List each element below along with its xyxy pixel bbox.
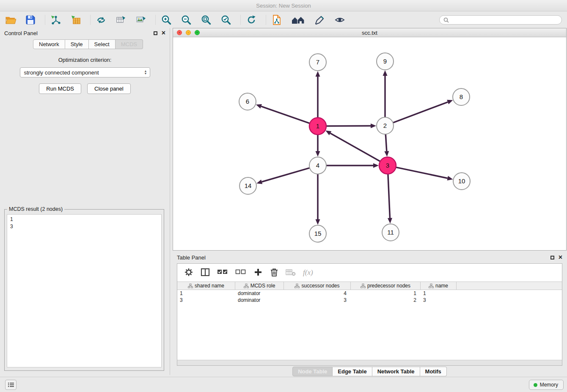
edge-3-10[interactable] <box>396 167 448 178</box>
zoom-fit-button[interactable] <box>200 14 212 26</box>
table-cell[interactable]: dominator <box>235 290 284 297</box>
deselect-all-icon <box>235 268 246 276</box>
network-window-titlebar[interactable]: × - + scc.txt <box>173 28 566 37</box>
minimize-window-icon[interactable]: - <box>186 30 191 35</box>
tab-select[interactable]: Select <box>89 39 116 49</box>
refresh-view-button[interactable] <box>245 14 258 26</box>
edge-3-1[interactable] <box>330 133 380 161</box>
table-body: 1dominator4113dominator323 <box>177 290 562 360</box>
close-table-panel-icon[interactable]: × <box>559 255 562 260</box>
column-header-successor-nodes[interactable]: successor nodes <box>284 282 351 290</box>
zoom-in-button[interactable] <box>160 14 173 26</box>
tab-node-table[interactable]: Node Table <box>292 367 333 376</box>
delete-row-button[interactable] <box>270 268 278 278</box>
tab-network-table[interactable]: Network Table <box>372 367 420 376</box>
run-mcds-button[interactable]: Run MCDS <box>39 83 81 94</box>
export-image-button[interactable] <box>135 14 147 26</box>
float-table-panel-icon[interactable] <box>550 256 554 259</box>
network-graph: 7968124314101511 <box>173 37 566 250</box>
tab-style[interactable]: Style <box>65 39 89 49</box>
close-window-icon[interactable]: × <box>177 30 182 35</box>
edge-1-2[interactable] <box>326 126 371 126</box>
node-label-11: 11 <box>387 229 394 236</box>
column-header-label: predecessor nodes <box>367 283 410 289</box>
search-input[interactable] <box>451 17 558 23</box>
column-header-MCDS-role[interactable]: MCDS role <box>235 282 284 290</box>
show-hide-button[interactable] <box>333 14 346 26</box>
search-field[interactable] <box>439 15 562 25</box>
open-session-button[interactable] <box>4 14 17 26</box>
node-label-7: 7 <box>316 58 319 66</box>
table-cell[interactable]: 4 <box>284 290 351 297</box>
table-cell[interactable]: 2 <box>351 297 421 304</box>
node-label-9: 9 <box>383 58 387 65</box>
select-all-button[interactable] <box>217 268 228 278</box>
edge-1-6[interactable] <box>261 106 310 123</box>
export-table-button[interactable] <box>115 14 127 26</box>
column-header-name[interactable]: name <box>421 282 457 290</box>
zoom-out-button[interactable] <box>180 14 193 26</box>
table-cell[interactable]: 1 <box>351 290 421 297</box>
column-header-predecessor-nodes[interactable]: predecessor nodes <box>351 282 421 290</box>
network-canvas[interactable]: 7968124314101511 <box>173 37 566 250</box>
tab-motifs[interactable]: Motifs <box>420 367 447 376</box>
mcds-result-title: MCDS result (2 nodes) <box>7 206 64 212</box>
network-window-title: scc.txt <box>362 30 377 36</box>
mcds-panel-content: Optimization criterion: strongly connect… <box>0 49 170 94</box>
tab-mcds[interactable]: MCDS <box>116 39 143 49</box>
column-header-label: shared name <box>195 283 224 289</box>
table-settings-button[interactable] <box>184 268 193 278</box>
column-header-filler <box>457 282 562 290</box>
table-cell[interactable]: 1 <box>177 290 235 297</box>
edge-3-11[interactable] <box>388 174 390 218</box>
maximize-window-icon[interactable]: + <box>195 30 200 35</box>
table-cell[interactable]: 3 <box>177 297 235 304</box>
import-table-icon <box>70 15 81 25</box>
network-file-button[interactable] <box>270 14 283 26</box>
search-icon <box>443 17 449 23</box>
toolbar-separator <box>240 15 241 25</box>
column-tree-icon <box>361 284 366 288</box>
delete-column-button[interactable] <box>286 268 296 278</box>
table-cell[interactable]: 3 <box>284 297 351 304</box>
memory-button-label: Memory <box>540 382 558 388</box>
table-cell[interactable]: dominator <box>235 297 284 304</box>
table-horizontal-scrollbar[interactable] <box>177 360 562 365</box>
style-annotation-button[interactable] <box>314 14 326 26</box>
table-header-row: shared nameMCDS rolesuccessor nodesprede… <box>177 282 562 290</box>
close-panel-icon[interactable]: × <box>162 30 165 36</box>
close-panel-button[interactable]: Close panel <box>87 83 131 94</box>
shuffle-views-button[interactable] <box>95 14 107 26</box>
deselect-all-button[interactable] <box>235 268 246 278</box>
toolbar-separator <box>155 15 156 25</box>
zoom-selected-button[interactable] <box>220 14 232 26</box>
table-cell[interactable]: 1 <box>421 290 457 297</box>
zoom-in-icon <box>161 14 172 25</box>
memory-button[interactable]: Memory <box>529 380 564 390</box>
home-button[interactable] <box>290 14 306 26</box>
edge-2-3[interactable] <box>385 134 387 151</box>
edge-arrowhead <box>316 71 320 77</box>
optimization-criterion-dropdown[interactable]: strongly connected component ▲▼ <box>20 67 150 77</box>
import-network-button[interactable] <box>50 14 62 26</box>
tab-edge-table[interactable]: Edge Table <box>333 367 372 376</box>
edge-arrowhead <box>373 163 379 168</box>
function-builder-button[interactable]: f(x) <box>303 268 313 277</box>
add-row-button[interactable] <box>253 268 263 278</box>
node-label-14: 14 <box>245 182 252 189</box>
table-cell[interactable]: 3 <box>421 297 457 304</box>
table-panel-header: Table Panel × <box>173 252 567 262</box>
show-columns-button[interactable] <box>201 268 210 278</box>
table-row[interactable]: 1dominator411 <box>177 290 562 297</box>
task-history-button[interactable] <box>5 380 17 390</box>
column-header-shared-name[interactable]: shared name <box>177 282 235 290</box>
tab-network[interactable]: Network <box>33 39 65 49</box>
table-row[interactable]: 3dominator323 <box>177 297 562 304</box>
edge-2-8[interactable] <box>393 102 448 123</box>
edge-4-14[interactable] <box>262 168 310 182</box>
import-table-button[interactable] <box>69 14 82 26</box>
column-header-label: name <box>435 283 448 289</box>
zoom-selected-icon <box>220 14 231 25</box>
float-panel-icon[interactable] <box>154 31 157 35</box>
save-session-button[interactable] <box>24 14 37 26</box>
